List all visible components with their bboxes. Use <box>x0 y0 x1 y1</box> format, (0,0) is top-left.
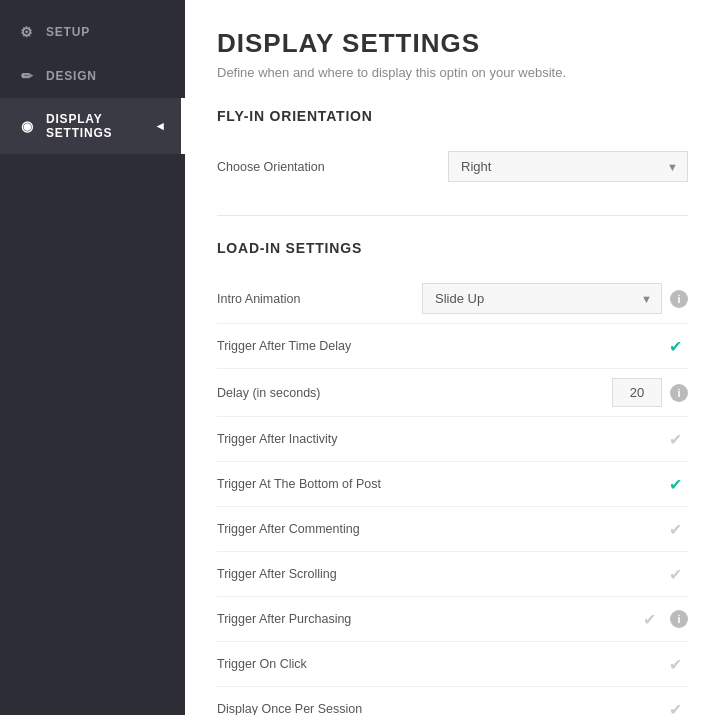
trigger-purchasing-label: Trigger After Purchasing <box>217 612 636 626</box>
section-divider <box>217 215 688 216</box>
sidebar-item-label: Design <box>46 69 97 83</box>
sidebar-item-setup[interactable]: ⚙ Setup <box>0 10 185 54</box>
checkmark-icon: ✔ <box>669 655 682 674</box>
checkmark-icon: ✔ <box>669 475 682 494</box>
trigger-bottom-post-checkbox[interactable]: ✔ <box>662 471 688 497</box>
fly-in-section: Fly-In Orientation Choose Orientation Ri… <box>217 108 688 191</box>
sidebar-item-label: Setup <box>46 25 90 39</box>
load-in-section-title: Load-In Settings <box>217 240 688 256</box>
orientation-control: Right Left ▼ <box>448 151 688 182</box>
trigger-scrolling-row: Trigger After Scrolling ✔ <box>217 552 688 597</box>
sidebar-arrow-icon: ◄ <box>154 119 167 133</box>
trigger-commenting-row: Trigger After Commenting ✔ <box>217 507 688 552</box>
sidebar-item-display-settings[interactable]: ◉ Display Settings ◄ <box>0 98 185 154</box>
orientation-label: Choose Orientation <box>217 160 448 174</box>
intro-animation-info-icon[interactable]: i <box>670 290 688 308</box>
trigger-bottom-post-control: ✔ <box>662 471 688 497</box>
display-once-session-control: ✔ <box>662 696 688 715</box>
intro-animation-row: Intro Animation Slide Up Slide Down Fade… <box>217 274 688 324</box>
setup-icon: ⚙ <box>18 24 36 40</box>
trigger-click-control: ✔ <box>662 651 688 677</box>
sidebar: ⚙ Setup ✏ Design ◉ Display Settings ◄ <box>0 0 185 715</box>
orientation-row: Choose Orientation Right Left ▼ <box>217 142 688 191</box>
intro-animation-select-wrap: Slide Up Slide Down Fade In ▼ <box>422 283 662 314</box>
trigger-purchasing-row: Trigger After Purchasing ✔ i <box>217 597 688 642</box>
trigger-bottom-post-row: Trigger At The Bottom of Post ✔ <box>217 462 688 507</box>
delay-seconds-row: Delay (in seconds) i <box>217 369 688 417</box>
main-content: Display Settings Define when and where t… <box>185 0 720 715</box>
delay-seconds-input[interactable] <box>612 378 662 407</box>
checkmark-icon: ✔ <box>669 430 682 449</box>
sidebar-item-design[interactable]: ✏ Design <box>0 54 185 98</box>
trigger-click-label: Trigger On Click <box>217 657 662 671</box>
trigger-time-delay-control: ✔ <box>662 333 688 359</box>
checkmark-icon: ✔ <box>669 520 682 539</box>
intro-animation-control: Slide Up Slide Down Fade In ▼ i <box>422 283 688 314</box>
checkmark-icon: ✔ <box>669 700 682 716</box>
trigger-commenting-control: ✔ <box>662 516 688 542</box>
trigger-purchasing-control: ✔ i <box>636 606 688 632</box>
delay-seconds-control: i <box>612 378 688 407</box>
display-once-session-checkbox[interactable]: ✔ <box>662 696 688 715</box>
trigger-click-row: Trigger On Click ✔ <box>217 642 688 687</box>
display-once-session-row: Display Once Per Session ✔ <box>217 687 688 715</box>
intro-animation-select[interactable]: Slide Up Slide Down Fade In <box>422 283 662 314</box>
trigger-inactivity-control: ✔ <box>662 426 688 452</box>
trigger-bottom-post-label: Trigger At The Bottom of Post <box>217 477 662 491</box>
trigger-inactivity-checkbox[interactable]: ✔ <box>662 426 688 452</box>
trigger-inactivity-label: Trigger After Inactivity <box>217 432 662 446</box>
page-title: Display Settings <box>217 28 688 59</box>
trigger-time-delay-label: Trigger After Time Delay <box>217 339 662 353</box>
trigger-scrolling-control: ✔ <box>662 561 688 587</box>
trigger-purchasing-info-icon[interactable]: i <box>670 610 688 628</box>
load-in-section: Load-In Settings Intro Animation Slide U… <box>217 240 688 715</box>
checkmark-icon: ✔ <box>643 610 656 629</box>
delay-seconds-info-icon[interactable]: i <box>670 384 688 402</box>
eye-icon: ◉ <box>18 118 36 134</box>
sidebar-item-label: Display Settings <box>46 112 144 140</box>
design-icon: ✏ <box>18 68 36 84</box>
fly-in-section-title: Fly-In Orientation <box>217 108 688 124</box>
trigger-commenting-label: Trigger After Commenting <box>217 522 662 536</box>
page-subtitle: Define when and where to display this op… <box>217 65 688 80</box>
delay-seconds-label: Delay (in seconds) <box>217 386 612 400</box>
trigger-purchasing-checkbox[interactable]: ✔ <box>636 606 662 632</box>
trigger-scrolling-checkbox[interactable]: ✔ <box>662 561 688 587</box>
trigger-commenting-checkbox[interactable]: ✔ <box>662 516 688 542</box>
trigger-time-delay-row: Trigger After Time Delay ✔ <box>217 324 688 369</box>
orientation-select[interactable]: Right Left <box>448 151 688 182</box>
orientation-select-wrap: Right Left ▼ <box>448 151 688 182</box>
checkmark-icon: ✔ <box>669 565 682 584</box>
trigger-scrolling-label: Trigger After Scrolling <box>217 567 662 581</box>
checkmark-icon: ✔ <box>669 337 682 356</box>
trigger-click-checkbox[interactable]: ✔ <box>662 651 688 677</box>
display-once-session-label: Display Once Per Session <box>217 702 662 715</box>
trigger-time-delay-checkbox[interactable]: ✔ <box>662 333 688 359</box>
trigger-inactivity-row: Trigger After Inactivity ✔ <box>217 417 688 462</box>
intro-animation-label: Intro Animation <box>217 292 422 306</box>
